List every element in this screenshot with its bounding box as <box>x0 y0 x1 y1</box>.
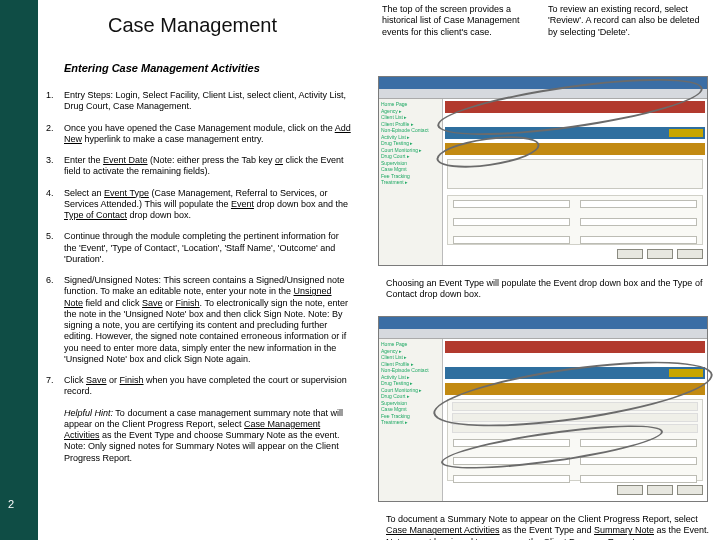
add-new-button[interactable] <box>669 129 703 137</box>
step-text: Signed/Unsigned Notes: This screen conta… <box>64 271 358 369</box>
cancel-button[interactable] <box>617 485 643 495</box>
callout-review: To review an existing record, select 'Re… <box>548 4 708 38</box>
save-button[interactable] <box>647 485 673 495</box>
finish-button[interactable] <box>677 249 703 259</box>
step-text: Select an Event Type (Case Management, R… <box>64 184 358 226</box>
save-button[interactable] <box>647 249 673 259</box>
page-title: Case Management <box>108 14 277 37</box>
nav-item[interactable]: Treatment ▸ <box>381 419 440 426</box>
finish-button[interactable] <box>677 485 703 495</box>
add-new-button[interactable] <box>669 369 703 377</box>
step-text: Helpful Hint: To document a case managem… <box>64 404 358 468</box>
step-text: Click Save or Finish when you have compl… <box>64 371 358 402</box>
page-subtitle: Entering Case Management Activities <box>64 62 260 74</box>
step-number: 2. <box>40 119 62 150</box>
step-number: 7. <box>40 371 62 402</box>
step-number: 3. <box>40 151 62 182</box>
step-number: 6. <box>40 271 62 369</box>
page-number: 2 <box>8 498 14 510</box>
nav-item[interactable]: Treatment ▸ <box>381 179 440 186</box>
step-text: Entry Steps: Login, Select Facility, Cli… <box>64 86 358 117</box>
cancel-button[interactable] <box>617 249 643 259</box>
step-text: Continue through the module completing t… <box>64 227 358 269</box>
callout-eventtype: Choosing an Event Type will populate the… <box>386 278 706 301</box>
steps-table: 1.Entry Steps: Login, Select Facility, C… <box>38 84 360 470</box>
step-number <box>40 404 62 468</box>
callout-summary: To document a Summary Note to appear on … <box>386 514 712 540</box>
step-number: 4. <box>40 184 62 226</box>
screenshot-top: Home PageAgency ▸Client List ▸Client Pro… <box>378 76 708 266</box>
screenshot-bottom: Home PageAgency ▸Client List ▸Client Pro… <box>378 316 708 502</box>
step-number: 1. <box>40 86 62 117</box>
step-text: Enter the Event Date (Note: either press… <box>64 151 358 182</box>
step-number: 5. <box>40 227 62 269</box>
callout-history: The top of the screen provides a histori… <box>382 4 520 38</box>
step-text: Once you have opened the Case Management… <box>64 119 358 150</box>
